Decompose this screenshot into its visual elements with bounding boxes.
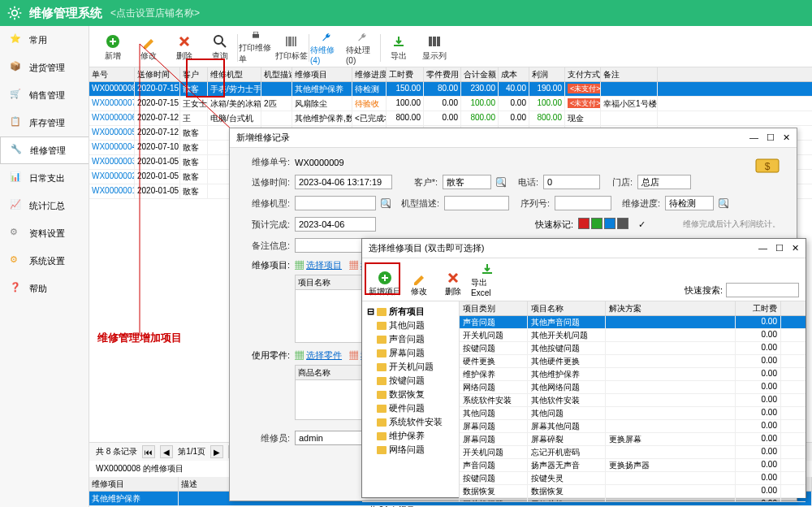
- svg-point-0: [12, 11, 18, 16]
- search-progress-icon[interactable]: 🔍: [719, 198, 728, 208]
- toolbar-待处理(0)[interactable]: 待处理(0): [346, 31, 380, 65]
- toolbar-导出[interactable]: 导出: [382, 31, 416, 65]
- toolbar-删除[interactable]: 删除: [167, 31, 201, 65]
- choose-item-dialog: 选择维修项目 (双击即可选择) — ☐ ✕ 新增项目修改删除导出Excel快速搜…: [361, 238, 806, 498]
- sidebar-item-9[interactable]: ❓帮助: [0, 275, 89, 302]
- item-row[interactable]: 声音问题扬声器无声音更换扬声器0.00: [460, 459, 806, 472]
- item-row[interactable]: 声音问题其他声音问题0.00: [460, 316, 806, 329]
- item-row[interactable]: 屏幕问题屏幕其他问题0.00: [460, 420, 806, 433]
- color-swatch[interactable]: [617, 218, 628, 229]
- customer-input[interactable]: [443, 175, 491, 189]
- sidebar-item-4[interactable]: 🔧维修管理: [0, 136, 89, 164]
- item-row[interactable]: 维护保养其他维护保养0.00: [460, 368, 806, 381]
- sidebar-item-5[interactable]: 📊日常支出: [0, 164, 89, 192]
- search-customer-icon[interactable]: 🔍: [496, 177, 506, 187]
- color-swatch[interactable]: [604, 218, 615, 229]
- close-icon[interactable]: ✕: [783, 132, 790, 143]
- page-indicator: 第1/1页: [178, 446, 205, 457]
- main-toolbar: 新增修改删除查询打印维修单打印标签待维修(4)待处理(0)导出显示列: [89, 26, 812, 67]
- toolbar-显示列[interactable]: 显示列: [417, 31, 451, 65]
- search-model-icon[interactable]: 🔍: [381, 198, 391, 208]
- category-tree[interactable]: ⊟ 所有项目 其他问题 声音问题 屏幕问题 开关机问题 按键问题 数据恢复 硬件…: [362, 301, 460, 501]
- item-row[interactable]: 开关机问题忘记开机密码0.00: [460, 446, 806, 459]
- toolbar-待维修(4)[interactable]: 待维修(4): [310, 31, 344, 65]
- tree-item[interactable]: 网络问题: [365, 443, 456, 457]
- maximize-icon[interactable]: ☐: [775, 243, 784, 254]
- model-input[interactable]: [295, 196, 376, 210]
- sidebar-item-1[interactable]: 📦进货管理: [0, 54, 89, 81]
- tree-item[interactable]: 硬件问题: [365, 401, 456, 415]
- item-row[interactable]: 按键问题其他按键问题0.00: [460, 342, 806, 355]
- sidebar-item-6[interactable]: 📈统计汇总: [0, 192, 89, 219]
- tree-item[interactable]: 声音问题: [365, 332, 456, 346]
- svg-point-2: [214, 36, 222, 44]
- dialog1-title: 新增维修记录: [236, 132, 290, 144]
- toolbar-打印维修单[interactable]: 打印维修单: [239, 31, 273, 65]
- sidebar-item-8[interactable]: ⚙系统设置: [0, 247, 89, 275]
- table-row[interactable]: WX00000072020-07-15王女士冰箱/美的冰箱2匹风扇除尘待验收10…: [89, 97, 812, 111]
- time-input[interactable]: [295, 175, 392, 189]
- toolbar-新增[interactable]: 新增: [96, 31, 130, 65]
- toolbar-查询[interactable]: 查询: [203, 31, 237, 65]
- dlg2-tb-新增项目[interactable]: 新增项目: [369, 271, 401, 297]
- toolbar-打印标签[interactable]: 打印标签: [274, 31, 309, 65]
- serial-input[interactable]: [555, 196, 611, 210]
- sidebar: ⭐常用📦进货管理🛒销售管理📋库存管理🔧维修管理📊日常支出📈统计汇总⚙资料设置⚙系…: [0, 26, 89, 507]
- item-row[interactable]: 屏幕问题屏幕碎裂更换屏幕0.00: [460, 433, 806, 446]
- table-row[interactable]: WX00000062020-07-12王电脑/台式机其他维护保养,数…<已完成>…: [89, 111, 812, 126]
- svg-rect-6: [433, 37, 436, 46]
- color-swatch[interactable]: [578, 218, 590, 229]
- money-icon: $: [754, 156, 780, 176]
- phone-input[interactable]: [543, 175, 600, 189]
- app-title: 维修管理系统: [29, 6, 102, 21]
- close-icon[interactable]: ✕: [792, 243, 799, 254]
- tree-item[interactable]: 按键问题: [365, 374, 456, 388]
- sidebar-item-0[interactable]: ⭐常用: [0, 26, 89, 54]
- item-row[interactable]: 开关机问题无故关机0.00: [460, 498, 806, 501]
- model-desc-input[interactable]: [444, 196, 509, 210]
- dlg2-tb-导出Excel[interactable]: 导出Excel: [471, 262, 503, 297]
- table-row[interactable]: WX00000082020-07-15散客手表/劳力士手…其他维护保养待检测15…: [89, 82, 812, 97]
- toolbar-修改[interactable]: 修改: [132, 31, 166, 65]
- first-page-button[interactable]: ⏮: [142, 445, 155, 458]
- sidebar-item-2[interactable]: 🛒销售管理: [0, 81, 89, 109]
- item-row[interactable]: 其他问题其他问题0.00: [460, 407, 806, 420]
- svg-rect-5: [429, 37, 432, 46]
- item-row[interactable]: 硬件更换其他硬件更换0.00: [460, 355, 806, 368]
- item-row[interactable]: 按键问题按键失灵0.00: [460, 472, 806, 485]
- tree-item[interactable]: 维护保养: [365, 429, 456, 443]
- record-summary: 共 8 条记录: [96, 446, 137, 457]
- app-header: 维修管理系统 <点击设置店铺名称>: [0, 0, 812, 26]
- item-row[interactable]: 系统软件安装其他软件安装0.00: [460, 394, 806, 407]
- tree-item[interactable]: 系统软件安装: [365, 415, 456, 429]
- item-row[interactable]: 数据恢复数据恢复0.00: [460, 485, 806, 498]
- next-page-button[interactable]: ▶: [210, 445, 223, 458]
- svg-rect-7: [437, 37, 440, 46]
- minimize-icon[interactable]: —: [749, 132, 758, 143]
- sidebar-item-7[interactable]: ⚙资料设置: [0, 219, 89, 247]
- color-swatch[interactable]: [591, 218, 603, 229]
- choose-item-link[interactable]: 选择项目: [306, 260, 342, 270]
- item-row[interactable]: 开关机问题其他开关机问题0.00: [460, 329, 806, 342]
- item-row[interactable]: 网络问题其他网络问题0.00: [460, 381, 806, 394]
- gear-icon: [6, 5, 23, 21]
- item-table[interactable]: 项目类别项目名称解决方案工时费声音问题其他声音问题0.00开关机问题其他开关机问…: [460, 301, 806, 501]
- svg-text:$: $: [765, 161, 771, 172]
- tree-item[interactable]: 数据恢复: [365, 388, 456, 401]
- tree-item[interactable]: 开关机问题: [365, 360, 456, 374]
- minimize-icon[interactable]: —: [758, 243, 767, 254]
- dlg2-tb-修改[interactable]: 修改: [403, 271, 435, 297]
- choose-part-link[interactable]: 选择零件: [306, 350, 342, 360]
- sidebar-item-3[interactable]: 📋库存管理: [0, 109, 89, 136]
- shop-select[interactable]: [637, 175, 691, 189]
- due-input[interactable]: [295, 217, 376, 232]
- progress-select[interactable]: [665, 196, 714, 210]
- tree-item[interactable]: 其他问题: [365, 318, 456, 332]
- quick-search-input[interactable]: [726, 283, 799, 297]
- shop-name-placeholder[interactable]: <点击设置店铺名称>: [110, 6, 200, 20]
- tree-item[interactable]: 屏幕问题: [365, 346, 456, 360]
- dlg2-tb-删除[interactable]: 删除: [437, 271, 469, 297]
- maximize-icon[interactable]: ☐: [767, 132, 775, 143]
- svg-rect-3: [253, 34, 259, 38]
- prev-page-button[interactable]: ◀: [160, 445, 173, 458]
